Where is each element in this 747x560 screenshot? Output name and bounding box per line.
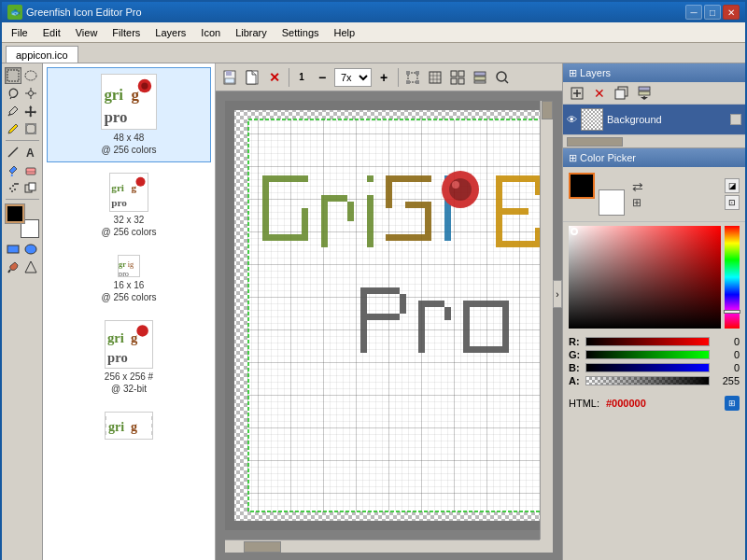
separator-1 [289,68,289,87]
tool-line[interactable] [5,144,21,161]
windows-button[interactable]: ⊞ [725,396,740,411]
r-label: R: [569,336,582,347]
menu-file[interactable]: File [4,22,35,42]
tool-text[interactable]: A [22,144,39,161]
menu-icon[interactable]: Icon [193,22,228,42]
reset-colors-button[interactable]: ⊞ [632,196,643,209]
icon-colors-256: @ 32-bit [111,384,147,394]
svg-rect-115 [463,307,470,353]
tool-ellipse-outline[interactable] [22,241,39,258]
svg-rect-64 [458,71,464,77]
new-button[interactable] [242,67,262,88]
icon-size-48: 48 x 48@ 256 colors [101,132,156,156]
tool-paint-bucket[interactable] [5,161,21,178]
swap-colors-button[interactable]: ⇄ [632,179,643,194]
close-icon-button[interactable]: ✕ [264,67,285,88]
menu-settings[interactable]: Settings [275,22,327,42]
svg-rect-86 [321,195,328,247]
stack-button[interactable] [470,67,490,88]
magnify-button[interactable] [492,67,513,88]
menu-view[interactable]: View [68,22,106,42]
layer-visibility-icon[interactable]: 👁 [567,114,577,125]
window-controls: ─ □ ✕ [685,5,740,20]
tool-eyedropper[interactable] [5,103,21,119]
menu-filters[interactable]: Filters [105,22,148,42]
layers-header[interactable]: ⊞ Layers [563,63,745,82]
tool-clone[interactable] [22,179,39,196]
tool-marquee-ellipse[interactable] [22,67,39,84]
icon-item-256[interactable]: gri g pro 256 x 256 #@ 32-bit [47,314,211,401]
layer-options-button[interactable] [730,114,741,125]
color-picker-options2[interactable]: ⊡ [725,195,740,210]
zoom-out-button[interactable]: − [312,67,332,88]
tool-magic-wand[interactable] [22,85,39,102]
vertical-scrollbar[interactable] [540,101,553,539]
html-value[interactable]: #000000 [606,398,646,409]
icon-item-16[interactable]: gr ig pro 16 x 16@ 256 colors [47,248,211,310]
fit-selection-button[interactable] [402,67,423,88]
maximize-button[interactable]: □ [704,5,721,20]
tool-marquee-rect[interactable] [5,67,21,84]
window-title: Greenfish Icon Editor Pro [26,7,685,18]
right-panel-collapse[interactable]: › [553,280,562,308]
b-slider[interactable] [585,363,710,372]
svg-rect-66 [458,78,464,84]
fit-all-button[interactable] [425,67,445,88]
canvas-area[interactable] [216,91,562,560]
save-button[interactable] [219,67,240,88]
a-slider[interactable] [585,376,710,385]
icon-item-48[interactable]: gri g pro 48 x 48@ 256 colors [47,67,211,162]
icon-item-32[interactable]: gri g pro 32 x 32@ 256 colors [47,166,211,245]
titlebar: 🐟 Greenfish Icon Editor Pro ─ □ ✕ [2,2,745,22]
g-slider[interactable] [585,350,710,359]
svg-rect-110 [400,294,406,314]
tool-brush[interactable] [5,259,21,275]
tool-transform[interactable] [22,120,39,137]
zoom-select[interactable]: 7x 1x 2x 4x 8x 16x [334,68,372,87]
rgba-sliders: R: 0 G: 0 B: [563,332,745,392]
duplicate-layer-button[interactable] [612,83,632,104]
close-button[interactable]: ✕ [723,5,740,20]
svg-rect-58 [430,72,441,83]
merge-layers-button[interactable] [634,83,655,104]
svg-rect-117 [463,346,509,353]
tool-rect-outline[interactable] [5,241,21,258]
svg-point-20 [11,190,13,192]
menu-layers[interactable]: Layers [148,22,193,42]
tool-move[interactable] [22,103,39,119]
separator-2 [398,68,399,87]
minimize-button[interactable]: ─ [685,5,702,20]
tool-triangle[interactable] [22,259,39,275]
icon-size-32: 32 x 32@ 256 colors [101,214,156,238]
a-value: 255 [713,375,740,386]
layers-scrollbar[interactable] [563,134,745,147]
grid-button[interactable] [447,67,468,88]
new-layer-button[interactable] [567,83,587,104]
tab-appicon[interactable]: appicon.ico [6,46,78,63]
color-gradient-picker[interactable] [569,226,740,329]
tool-pencil[interactable] [5,120,21,137]
icon-item-extra[interactable]: gri g [47,405,211,446]
color-picker-header[interactable]: ⊞ Color Picker [563,148,745,167]
menu-help[interactable]: Help [327,22,363,42]
b-slider-row: B: 0 [569,362,740,373]
svg-text:gri: gri [111,182,124,193]
zoom-in-button[interactable]: + [374,67,394,88]
icon-colors-48: @ 256 colors [101,145,156,155]
fg-color-swatch[interactable] [569,173,595,199]
tool-eraser[interactable] [22,161,39,178]
tool-spray[interactable] [5,179,21,196]
svg-rect-65 [451,78,457,84]
pixel-canvas[interactable] [225,101,553,530]
r-slider[interactable] [585,337,710,346]
cp-expand-icon: ⊞ [569,152,577,164]
delete-layer-button[interactable]: ✕ [589,83,610,104]
tool-lasso[interactable] [5,85,21,102]
horizontal-scrollbar[interactable] [225,539,540,553]
svg-rect-67 [474,72,486,76]
bg-color-swatch[interactable] [599,189,625,216]
layer-background[interactable]: 👁 Background [563,105,745,134]
menu-library[interactable]: Library [228,22,275,42]
menu-edit[interactable]: Edit [35,22,68,42]
color-picker-options1[interactable]: ◪ [725,178,740,193]
